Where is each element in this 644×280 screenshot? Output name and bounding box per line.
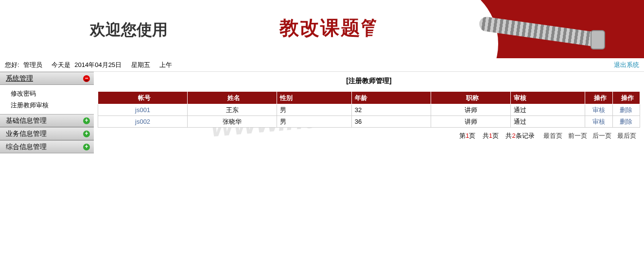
zipper-pull-icon bbox=[591, 30, 605, 49]
audit-link[interactable]: 审核 bbox=[592, 118, 605, 125]
cell-audit: 通过 bbox=[511, 104, 585, 116]
table-row: js001 王东 男 32 讲师 通过 审核 删除 bbox=[98, 104, 640, 116]
pg-p1: 第 bbox=[459, 132, 466, 139]
today-prefix: 今天是 bbox=[52, 61, 70, 69]
delete-link[interactable]: 删除 bbox=[620, 118, 632, 125]
pg-prev[interactable]: 前一页 bbox=[568, 132, 587, 139]
teacher-table: 帐号 姓名 性别 年龄 职称 审核 操作 操作 js001 王东 男 32 讲师 bbox=[98, 91, 640, 128]
submenu-teacher-audit[interactable]: 注册教师审核 bbox=[0, 99, 94, 111]
pg-first[interactable]: 最首页 bbox=[543, 132, 562, 139]
current-user: 管理员 bbox=[23, 61, 42, 69]
pg-total-pages: 1 bbox=[489, 132, 492, 139]
th-age: 年龄 bbox=[351, 92, 431, 104]
collapse-icon: − bbox=[83, 75, 90, 82]
th-name: 姓名 bbox=[188, 92, 277, 104]
menu-system-label: 系统管理 bbox=[6, 72, 33, 85]
zipper-graphic bbox=[459, 0, 644, 58]
content: www.httrd.com [注册教师管理] 帐号 姓名 性别 年龄 职称 审核… bbox=[94, 72, 644, 153]
expand-icon: + bbox=[83, 117, 90, 124]
menu-comprehensive-info-label: 综合信息管理 bbox=[6, 140, 47, 153]
sidebar: 系统管理 − 修改密码 注册教师审核 基础信息管理 + 业务信息管理 + 综合信… bbox=[0, 72, 94, 153]
cell-gender: 男 bbox=[277, 104, 351, 116]
th-gender: 性别 bbox=[277, 92, 351, 104]
status-bar: 您好: 管理员 今天是2014年04月25日 星期五 上午 退出系统 bbox=[0, 58, 644, 72]
banner: 欢迎您使用 教改课题管理系统 bbox=[0, 0, 644, 58]
pg-total-rec: 2 bbox=[512, 132, 515, 139]
today-ampm: 上午 bbox=[159, 61, 172, 69]
page-title: [注册教师管理] bbox=[98, 77, 640, 85]
greeting-prefix: 您好: bbox=[5, 61, 19, 69]
menu-system[interactable]: 系统管理 − bbox=[0, 72, 94, 85]
pg-p3: 共 bbox=[483, 132, 489, 139]
delete-link[interactable]: 删除 bbox=[620, 106, 632, 114]
pg-p5: 共 bbox=[505, 132, 512, 139]
th-audit: 审核 bbox=[511, 92, 585, 104]
cell-name: 张晓华 bbox=[188, 116, 277, 128]
submenu-change-password[interactable]: 修改密码 bbox=[0, 88, 94, 99]
th-op1: 操作 bbox=[585, 92, 612, 104]
menu-basic-info-label: 基础信息管理 bbox=[6, 114, 47, 127]
cell-account[interactable]: js001 bbox=[135, 106, 150, 114]
cell-age: 32 bbox=[351, 104, 431, 116]
pg-p4: 页 bbox=[492, 132, 499, 139]
today-weekday: 星期五 bbox=[131, 61, 150, 69]
cell-age: 36 bbox=[351, 116, 431, 128]
zipper-track-icon bbox=[478, 16, 601, 48]
menu-comprehensive-info[interactable]: 综合信息管理 + bbox=[0, 140, 94, 153]
pg-p2: 页 bbox=[469, 132, 475, 139]
table-row: js002 张晓华 男 36 讲师 通过 审核 删除 bbox=[98, 116, 640, 128]
audit-link[interactable]: 审核 bbox=[592, 106, 605, 114]
cell-title: 讲师 bbox=[431, 116, 511, 128]
expand-icon: + bbox=[83, 131, 90, 137]
cell-account[interactable]: js002 bbox=[135, 118, 150, 125]
pg-p6: 条记录 bbox=[516, 132, 535, 139]
banner-welcome: 欢迎您使用 bbox=[90, 19, 168, 41]
pagination: 第1页 共1页 共2条记录 最首页 前一页 后一页 最后页 bbox=[98, 132, 640, 140]
logout-link[interactable]: 退出系统 bbox=[614, 61, 639, 68]
th-op2: 操作 bbox=[612, 92, 640, 104]
pg-next[interactable]: 后一页 bbox=[592, 132, 611, 139]
cell-gender: 男 bbox=[277, 116, 351, 128]
th-account: 帐号 bbox=[98, 92, 188, 104]
menu-business-info-label: 业务信息管理 bbox=[6, 127, 47, 140]
expand-icon: + bbox=[83, 144, 90, 150]
menu-business-info[interactable]: 业务信息管理 + bbox=[0, 127, 94, 140]
today-date: 2014年04月25日 bbox=[74, 61, 122, 69]
menu-basic-info[interactable]: 基础信息管理 + bbox=[0, 114, 94, 127]
cell-audit: 通过 bbox=[511, 116, 585, 128]
pg-last[interactable]: 最后页 bbox=[617, 132, 636, 139]
th-title: 职称 bbox=[431, 92, 511, 104]
cell-name: 王东 bbox=[188, 104, 277, 116]
cell-title: 讲师 bbox=[431, 104, 511, 116]
